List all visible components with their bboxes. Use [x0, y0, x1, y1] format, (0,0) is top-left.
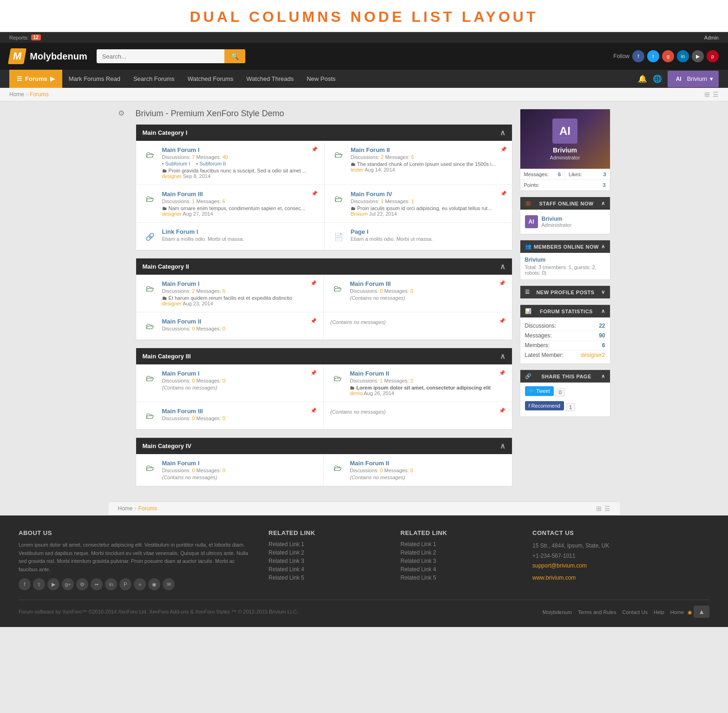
messages-link[interactable]: 2: [410, 378, 413, 383]
category-toggle-1[interactable]: ∧: [500, 128, 505, 137]
tweet-button[interactable]: 🐦 Tweet: [525, 386, 554, 396]
footer-linkedin-icon[interactable]: in: [105, 578, 117, 590]
footer-link-help[interactable]: Help: [654, 609, 664, 615]
list-icon[interactable]: ☰: [713, 91, 719, 98]
subforum-link[interactable]: Subforum I: [165, 161, 190, 166]
linkedin-icon[interactable]: in: [677, 50, 689, 62]
messages-link[interactable]: 6: [223, 198, 225, 204]
nav-watched-forums[interactable]: Watched Forums: [181, 70, 240, 88]
search-button[interactable]: 🔍: [224, 49, 245, 63]
discussions-link[interactable]: 1: [380, 378, 383, 383]
related-link-1-4[interactable]: Related Link 4: [269, 566, 387, 573]
forum-name-link[interactable]: Main Forum I: [162, 370, 200, 377]
related-link-1-2[interactable]: Related Link 2: [269, 549, 387, 556]
share-toggle[interactable]: ∧: [601, 373, 605, 379]
forum-name-link[interactable]: Main Forum III: [350, 280, 391, 287]
staff-toggle[interactable]: ∧: [601, 200, 605, 206]
discussions-link[interactable]: 0: [192, 378, 195, 383]
search-input[interactable]: [97, 49, 224, 63]
contact-email[interactable]: support@brivium.com: [532, 561, 709, 571]
footer-dots-icon[interactable]: ••: [91, 578, 103, 590]
profile-posts-toggle[interactable]: ∨: [601, 289, 605, 295]
footer-link-contact[interactable]: Contact Us: [623, 609, 648, 615]
forum-name-link[interactable]: Main Forum III: [162, 191, 203, 198]
category-toggle-4[interactable]: ∧: [500, 442, 505, 450]
related-link-2-3[interactable]: Related Link 3: [400, 558, 518, 564]
facebook-icon[interactable]: f: [632, 50, 644, 62]
forum-name-link[interactable]: Link Forum I: [162, 228, 198, 235]
related-link-1-1[interactable]: Related Link 1: [269, 541, 387, 548]
stats-toggle[interactable]: ∧: [601, 308, 605, 314]
youtube-icon[interactable]: ▶: [692, 50, 704, 62]
messages-link[interactable]: 0: [223, 416, 225, 421]
messages-link[interactable]: 0: [223, 468, 225, 473]
discussions-link[interactable]: 1: [381, 198, 384, 204]
messages-link[interactable]: 5: [411, 154, 414, 160]
alerts-icon[interactable]: 🔔: [638, 74, 647, 83]
footer-youtube-icon[interactable]: ▶: [47, 578, 59, 590]
user-menu-button[interactable]: AI Brivium ▾: [668, 71, 719, 87]
forum-name-link[interactable]: Main Forum III: [162, 408, 203, 415]
forum-name-link[interactable]: Main Forum I: [162, 460, 200, 467]
discussions-link[interactable]: 0: [192, 416, 195, 421]
related-link-2-1[interactable]: Related Link 1: [400, 541, 518, 548]
forum-name-link[interactable]: Main Forum II: [162, 318, 202, 325]
footer-email-icon[interactable]: ✉: [163, 578, 175, 590]
subforum-link-2[interactable]: Subforum II: [199, 161, 226, 166]
layout-icon[interactable]: ⊞: [704, 91, 710, 98]
footer-layout-icon[interactable]: ⊞: [596, 505, 602, 512]
members-toggle[interactable]: ∧: [601, 244, 605, 250]
discussions-link[interactable]: 2: [381, 154, 384, 160]
latest-member-value[interactable]: designer2: [581, 352, 605, 358]
messages-link[interactable]: 0: [410, 468, 413, 473]
facebook-recommend-button[interactable]: f Recommend: [525, 401, 564, 410]
messages-link[interactable]: 0: [223, 378, 225, 383]
settings-gear-icon[interactable]: ⚙: [118, 109, 125, 117]
footer-link-home[interactable]: Home: [670, 609, 684, 615]
forum-name-link[interactable]: Page I: [351, 228, 368, 235]
related-link-2-2[interactable]: Related Link 2: [400, 549, 518, 556]
related-link-2-5[interactable]: Related Link 5: [400, 574, 518, 581]
footer-rss-icon[interactable]: ◉: [148, 578, 160, 590]
related-link-1-3[interactable]: Related Link 3: [269, 558, 387, 564]
footer-list-icon[interactable]: ☰: [604, 505, 610, 512]
footer-twitter-icon[interactable]: t: [33, 578, 45, 590]
discussions-link[interactable]: 0: [380, 288, 383, 294]
forums-nav-button[interactable]: ☰ Forums ▶: [9, 70, 62, 88]
discussions-link[interactable]: 0: [192, 326, 195, 331]
footer-pinterest-icon[interactable]: P: [119, 578, 131, 590]
pinterest-icon[interactable]: p: [707, 50, 719, 62]
contact-website[interactable]: www.brivium.com: [532, 573, 709, 583]
forum-name-link[interactable]: Main Forum I: [162, 146, 200, 153]
messages-link[interactable]: 1: [411, 198, 414, 204]
nav-new-posts[interactable]: New Posts: [300, 70, 342, 88]
footer-link-terms[interactable]: Terms and Rules: [578, 609, 617, 615]
forum-name-link[interactable]: Main Forum II: [351, 146, 390, 153]
messages-link[interactable]: 0: [223, 326, 225, 331]
category-toggle-3[interactable]: ∧: [500, 352, 505, 361]
footer-link-molybdenum[interactable]: Molybdenum: [543, 609, 572, 615]
discussions-link[interactable]: 0: [380, 468, 383, 473]
footer-facebook-icon[interactable]: f: [19, 578, 31, 590]
forum-name-link[interactable]: Main Forum IV: [351, 191, 393, 198]
related-link-2-4[interactable]: Related Link 4: [400, 566, 518, 573]
online-member-name[interactable]: Brivium: [525, 257, 605, 263]
forum-name-link[interactable]: Main Forum II: [350, 370, 389, 377]
staff-name[interactable]: Brivium: [542, 216, 572, 222]
footer-googleplus-icon[interactable]: g+: [62, 578, 74, 590]
messages-link[interactable]: 6: [223, 288, 225, 294]
footer-forward-icon[interactable]: »: [134, 578, 146, 590]
twitter-icon[interactable]: t: [647, 50, 659, 62]
forum-name-link[interactable]: Main Forum II: [350, 460, 389, 467]
category-toggle-2[interactable]: ∧: [500, 262, 505, 271]
scroll-to-top-button[interactable]: ▲: [694, 606, 709, 618]
breadcrumb-home[interactable]: Home: [9, 91, 24, 98]
footer-rss-link-icon[interactable]: ◉: [688, 609, 692, 615]
googleplus-icon[interactable]: g: [662, 50, 674, 62]
messages-link[interactable]: 40: [223, 154, 228, 160]
discussions-link[interactable]: 1: [192, 198, 195, 204]
nav-watched-threads[interactable]: Watched Threads: [240, 70, 300, 88]
nav-mark-forums-read[interactable]: Mark Forums Read: [62, 70, 127, 88]
globe-icon[interactable]: 🌐: [653, 74, 662, 83]
discussions-link[interactable]: 2: [192, 288, 195, 294]
